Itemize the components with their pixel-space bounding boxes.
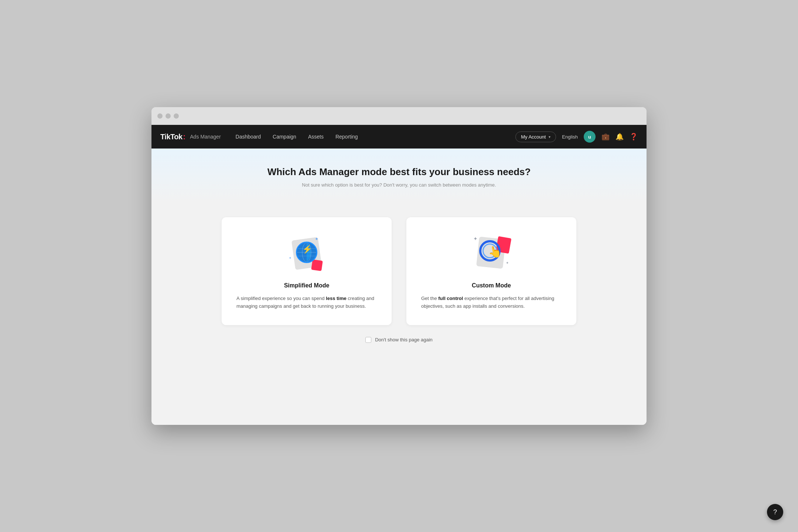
main-content: ⚡ ✦ ✦ Simplified Mode A simplified exper…	[151, 202, 647, 425]
browser-maximize-btn[interactable]	[174, 113, 179, 119]
hero-subtitle: Not sure which option is best for you? D…	[159, 182, 639, 188]
hero-section: Which Ads Manager mode best fits your bu…	[151, 149, 647, 202]
custom-mode-desc: Get the full control experience that's p…	[421, 295, 562, 310]
lightning-icon: ⚡	[302, 245, 312, 254]
star1-icon: ✦	[315, 236, 318, 242]
simplified-desc-bold: less time	[326, 296, 347, 301]
custom-mode-card[interactable]: 👆 ✦ ✦ Custom Mode Get the full control e…	[406, 217, 576, 325]
mode-cards-row: ⚡ ✦ ✦ Simplified Mode A simplified exper…	[222, 217, 576, 325]
nav-campaign[interactable]: Campaign	[273, 134, 296, 140]
custom-graphic: 👆 ✦ ✦	[471, 235, 512, 272]
floating-help-button[interactable]: ?	[767, 504, 783, 520]
user-avatar[interactable]: u	[584, 131, 596, 143]
nav-reporting[interactable]: Reporting	[335, 134, 358, 140]
browser-content: TikTok: Ads Manager Dashboard Campaign A…	[151, 125, 647, 425]
nav-dashboard[interactable]: Dashboard	[236, 134, 261, 140]
custom-desc-part1: Get the	[421, 296, 438, 301]
tiktok-logo: TikTok:	[160, 133, 185, 141]
custom-star1-icon: ✦	[473, 236, 478, 242]
simplified-mode-desc: A simplified experience so you can spend…	[236, 295, 377, 310]
custom-illustration: 👆 ✦ ✦	[421, 235, 562, 272]
custom-mode-title: Custom Mode	[472, 282, 511, 289]
language-selector[interactable]: English	[562, 134, 578, 140]
custom-star2-icon: ✦	[506, 261, 509, 265]
dont-show-label[interactable]: Don't show this page again	[375, 337, 433, 342]
dont-show-row: Don't show this page again	[365, 337, 433, 343]
star2-icon: ✦	[289, 256, 291, 260]
bell-icon[interactable]: 🔔	[615, 133, 624, 141]
briefcase-icon[interactable]: 💼	[601, 133, 610, 141]
browser-close-btn[interactable]	[157, 113, 163, 119]
simplified-graphic: ⚡ ✦ ✦	[288, 235, 325, 272]
chevron-down-icon: ▾	[549, 135, 550, 139]
simplified-pink-corner	[311, 259, 323, 271]
my-account-label: My Account	[521, 134, 546, 140]
browser-window: TikTok: Ads Manager Dashboard Campaign A…	[151, 107, 647, 425]
tiktok-wordmark: TikTok	[160, 133, 183, 141]
browser-titlebar	[151, 107, 647, 125]
custom-desc-bold: full control	[438, 296, 463, 301]
dont-show-checkbox[interactable]	[365, 337, 371, 343]
hero-title: Which Ads Manager mode best fits your bu…	[159, 166, 639, 178]
navbar: TikTok: Ads Manager Dashboard Campaign A…	[151, 125, 647, 149]
simplified-mode-card[interactable]: ⚡ ✦ ✦ Simplified Mode A simplified exper…	[222, 217, 392, 325]
ads-manager-label: Ads Manager	[190, 134, 221, 140]
nav-assets[interactable]: Assets	[308, 134, 324, 140]
navbar-right: My Account ▾ English u 💼 🔔 ❓	[515, 131, 638, 143]
hand-icon: 👆	[487, 244, 503, 259]
brand: TikTok: Ads Manager	[160, 133, 221, 141]
simplified-desc-part1: A simplified experience so you can spend	[236, 296, 326, 301]
help-icon[interactable]: ❓	[630, 133, 638, 141]
nav-links: Dashboard Campaign Assets Reporting	[236, 134, 516, 140]
my-account-button[interactable]: My Account ▾	[515, 132, 556, 142]
simplified-mode-title: Simplified Mode	[284, 282, 330, 289]
browser-minimize-btn[interactable]	[166, 113, 171, 119]
simplified-illustration: ⚡ ✦ ✦	[236, 235, 377, 272]
tiktok-dot: :	[183, 133, 186, 141]
